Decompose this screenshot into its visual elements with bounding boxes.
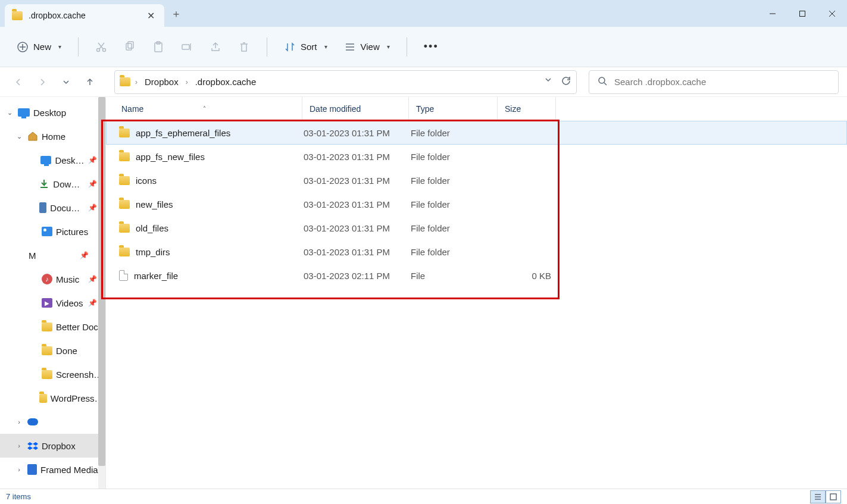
minimize-button[interactable] xyxy=(758,0,787,27)
svg-point-20 xyxy=(599,77,605,83)
tree-pictures[interactable]: · Pictures xyxy=(0,220,105,243)
tree-music[interactable]: ·♪ Music 📌 xyxy=(0,267,105,291)
up-button[interactable] xyxy=(80,72,100,92)
copy-button[interactable] xyxy=(117,37,143,57)
tree-unknown[interactable]: M 📌 xyxy=(0,243,105,267)
tree-label: M xyxy=(29,251,36,261)
chevron-right-icon[interactable]: › xyxy=(14,466,24,473)
file-row[interactable]: app_fs_new_files03-01-2023 01:31 PMFile … xyxy=(106,145,847,168)
column-name[interactable]: Name ˄ xyxy=(119,97,302,120)
file-name: icons xyxy=(136,176,157,186)
pin-icon: 📌 xyxy=(88,180,97,188)
tree-downloads[interactable]: · Downloads 📌 xyxy=(0,172,105,196)
tree-wordpress[interactable]: · WordPress Plugins xyxy=(0,386,105,410)
file-row[interactable]: app_fs_ephemeral_files03-01-2023 01:31 P… xyxy=(106,121,847,145)
tree-screenshots[interactable]: · Screenshots xyxy=(0,362,105,386)
pictures-icon xyxy=(42,227,52,236)
search-input[interactable] xyxy=(614,77,830,87)
tree-desktop[interactable]: ⌄ Desktop xyxy=(0,101,105,124)
breadcrumb-segment[interactable]: .dropbox.cache xyxy=(193,76,259,88)
search-box[interactable] xyxy=(589,70,839,94)
folder-icon xyxy=(119,152,130,161)
tree-dropbox[interactable]: › Dropbox xyxy=(0,434,105,458)
refresh-button[interactable] xyxy=(561,76,571,88)
tree-done[interactable]: · Done xyxy=(0,339,105,362)
file-type: File folder xyxy=(411,152,500,162)
details-view-button[interactable] xyxy=(810,490,826,503)
chevron-down-icon: ▾ xyxy=(387,43,390,50)
view-button[interactable]: View ▾ xyxy=(337,37,397,57)
file-row[interactable]: new_files03-01-2023 01:31 PMFile folder xyxy=(106,192,847,216)
database-icon xyxy=(27,464,37,475)
column-date[interactable]: Date modified xyxy=(302,97,409,120)
recent-button[interactable] xyxy=(56,72,76,92)
tree-home[interactable]: ⌄ Home xyxy=(0,124,105,148)
content-pane: Name ˄ Date modified Type Size app_fs_ep… xyxy=(106,97,847,489)
more-button[interactable]: ••• xyxy=(417,37,446,57)
home-icon xyxy=(27,131,38,142)
tree-label: Better Docs xyxy=(56,322,102,332)
share-button[interactable] xyxy=(202,37,229,57)
new-icon xyxy=(17,41,29,53)
chevron-down-icon: ▾ xyxy=(324,43,327,50)
paste-button[interactable] xyxy=(145,37,171,57)
chevron-down-icon[interactable] xyxy=(544,76,552,88)
file-row[interactable]: marker_file03-01-2023 02:11 PMFile0 KB xyxy=(106,264,847,287)
chevron-right-icon[interactable]: › xyxy=(14,418,24,425)
breadcrumb-segment[interactable]: Dropbox xyxy=(142,76,181,88)
chevron-down-icon: ▾ xyxy=(58,43,61,50)
back-button[interactable] xyxy=(8,72,29,92)
chevron-right-icon: › xyxy=(185,78,189,86)
folder-icon xyxy=(119,248,130,256)
tree-betterdocs[interactable]: · Better Docs xyxy=(0,315,105,339)
file-row[interactable]: tmp_dirs03-01-2023 01:31 PMFile folder xyxy=(106,240,847,264)
sort-icon xyxy=(284,41,296,53)
window-tab[interactable]: .dropbox.cache ✕ xyxy=(5,4,164,27)
column-size[interactable]: Size xyxy=(498,97,556,120)
separator xyxy=(407,37,407,57)
file-name: app_fs_ephemeral_files xyxy=(136,128,230,138)
chevron-right-icon[interactable]: › xyxy=(14,442,24,449)
tree-documents[interactable]: · Documents 📌 xyxy=(0,196,105,220)
download-icon xyxy=(39,179,49,189)
cut-button[interactable] xyxy=(88,37,114,57)
status-bar: 7 items xyxy=(0,489,847,504)
file-row[interactable]: icons03-01-2023 01:31 PMFile folder xyxy=(106,168,847,192)
column-label: Type xyxy=(416,104,434,114)
tree-label: Documents xyxy=(50,203,85,213)
tree-onedrive[interactable]: › xyxy=(0,410,105,434)
rename-button[interactable] xyxy=(174,37,200,57)
new-tab-button[interactable]: ＋ xyxy=(164,2,188,26)
item-count: 7 items xyxy=(6,492,31,501)
forward-button[interactable] xyxy=(32,72,52,92)
column-type[interactable]: Type xyxy=(409,97,498,120)
svg-point-8 xyxy=(103,48,106,51)
column-label: Size xyxy=(505,104,521,114)
file-row[interactable]: old_files03-01-2023 01:31 PMFile folder xyxy=(106,216,847,240)
tree-videos[interactable]: ·▶ Videos 📌 xyxy=(0,291,105,315)
file-name: marker_file xyxy=(134,271,178,281)
main: ⌄ Desktop ⌄ Home · Desktop 📌 · Downloads… xyxy=(0,97,847,489)
folder-icon xyxy=(120,77,130,86)
delete-button[interactable] xyxy=(231,37,257,57)
scrollbar-thumb[interactable] xyxy=(98,97,105,466)
sort-button[interactable]: Sort ▾ xyxy=(277,37,335,57)
file-name: old_files xyxy=(136,223,168,233)
file-date: 03-01-2023 01:31 PM xyxy=(304,152,411,162)
file-date: 03-01-2023 01:31 PM xyxy=(304,176,411,186)
svg-rect-1 xyxy=(800,11,805,16)
close-window-button[interactable] xyxy=(817,0,847,27)
pin-icon: 📌 xyxy=(88,156,97,164)
new-button[interactable]: New ▾ xyxy=(10,37,68,57)
tree-framed[interactable]: › Framed Media xyxy=(0,458,105,481)
chevron-down-icon[interactable]: ⌄ xyxy=(14,133,24,140)
music-icon: ♪ xyxy=(42,274,52,284)
address-bar[interactable]: › Dropbox › .dropbox.cache xyxy=(114,70,577,94)
file-list[interactable]: app_fs_ephemeral_files03-01-2023 01:31 P… xyxy=(106,121,847,489)
new-label: New xyxy=(33,42,51,52)
maximize-button[interactable] xyxy=(787,0,817,27)
close-tab-button[interactable]: ✕ xyxy=(142,8,160,24)
thumbnails-view-button[interactable] xyxy=(826,490,841,503)
chevron-down-icon[interactable]: ⌄ xyxy=(5,109,14,117)
tree-quick-desktop[interactable]: · Desktop 📌 xyxy=(0,148,105,172)
